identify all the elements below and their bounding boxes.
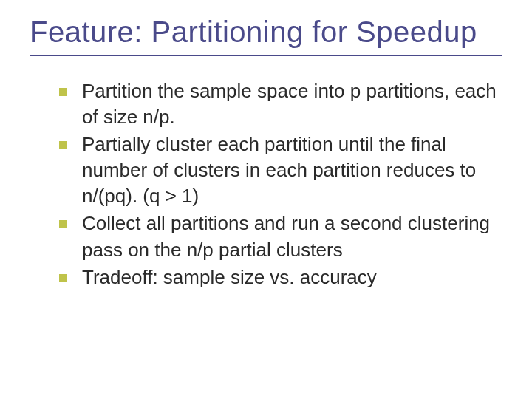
list-item: Collect all partitions and run a second … [59, 211, 502, 262]
bullet-text: Tradeoff: sample size vs. accuracy [82, 265, 377, 290]
bullet-text: Partially cluster each partition until t… [82, 132, 502, 209]
list-item: Partition the sample space into p partit… [59, 78, 502, 130]
bullet-text: Partition the sample space into p partit… [82, 78, 502, 130]
bullet-list: Partition the sample space into p partit… [30, 78, 502, 290]
bullet-icon [59, 274, 67, 282]
bullet-text: Collect all partitions and run a second … [82, 211, 502, 262]
list-item: Partially cluster each partition until t… [59, 132, 502, 209]
bullet-icon [59, 220, 67, 228]
slide-title: Feature: Partitioning for Speedup [30, 15, 502, 49]
list-item: Tradeoff: sample size vs. accuracy [59, 265, 502, 290]
title-underline [30, 55, 502, 56]
bullet-icon [59, 88, 67, 96]
bullet-icon [59, 141, 67, 149]
